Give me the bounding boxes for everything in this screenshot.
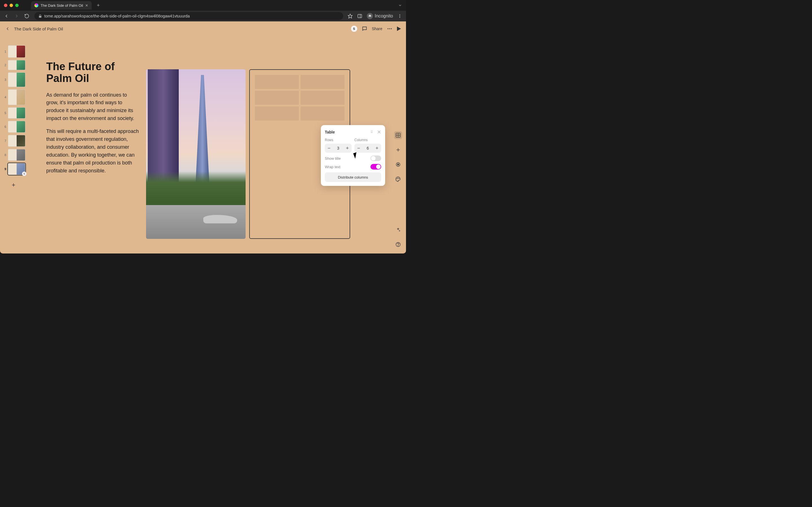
window-titlebar: The Dark Side of Palm Oil ✕ +	[0, 0, 406, 11]
slide-body-paragraph[interactable]: As demand for palm oil continues to grow…	[46, 91, 139, 123]
svg-point-7	[389, 28, 390, 29]
svg-marker-0	[348, 14, 352, 18]
table-cell[interactable]	[301, 107, 345, 121]
slide-thumbnail[interactable]	[8, 149, 26, 161]
rows-increment-button[interactable]: +	[343, 145, 352, 151]
tab-favicon-icon	[35, 3, 38, 7]
slide-image-block[interactable]	[146, 69, 246, 239]
thumb-number: 1	[3, 50, 6, 53]
add-tool-icon[interactable]	[394, 146, 402, 154]
table-cell[interactable]	[301, 75, 345, 89]
show-title-toggle[interactable]	[370, 156, 381, 161]
svg-point-4	[400, 16, 400, 17]
columns-increment-button[interactable]: +	[373, 145, 381, 151]
wrap-text-toggle[interactable]	[370, 164, 381, 170]
right-toolbar	[394, 131, 402, 183]
slide-thumbnail[interactable]	[8, 135, 26, 147]
svg-point-5	[400, 17, 400, 18]
panel-icon[interactable]	[357, 13, 362, 18]
columns-value: 6	[363, 146, 373, 151]
rows-decrement-button[interactable]: −	[325, 145, 333, 151]
new-tab-button[interactable]: +	[97, 3, 100, 8]
svg-point-17	[398, 178, 398, 178]
record-tool-icon[interactable]	[394, 161, 402, 168]
close-icon[interactable]: ✕	[377, 129, 381, 135]
slide-thumbnail[interactable]	[8, 45, 26, 58]
table-cell[interactable]	[255, 107, 299, 121]
slide-title[interactable]: The Future of Palm Oil	[46, 61, 139, 84]
slide-text-block[interactable]: The Future of Palm Oil As demand for pal…	[46, 61, 139, 180]
app-back-button[interactable]	[5, 26, 10, 31]
url-bar[interactable]: tome.app/sarahsworkspace/the-dark-side-o…	[35, 12, 343, 20]
svg-rect-1	[358, 14, 362, 18]
share-button[interactable]: Share	[372, 26, 382, 31]
forward-button[interactable]	[14, 13, 20, 18]
svg-point-6	[388, 28, 389, 29]
browser-toolbar: tome.app/sarahsworkspace/the-dark-side-o…	[0, 11, 406, 21]
slide-thumbnail[interactable]	[8, 72, 26, 87]
svg-point-8	[391, 28, 392, 29]
svg-point-15	[398, 164, 399, 165]
slide-thumbnail[interactable]	[8, 121, 26, 133]
back-button[interactable]	[4, 13, 10, 18]
theme-tool-icon[interactable]	[394, 175, 402, 183]
collaborator-avatar: S	[22, 172, 27, 176]
app-canvas: The Dark Side of Palm Oil S Share 1 2 3 …	[0, 21, 406, 253]
tab-close-icon[interactable]: ✕	[85, 3, 88, 8]
svg-point-18	[399, 178, 400, 179]
incognito-label: Incognito	[375, 13, 393, 18]
drag-handle-icon[interactable]: ⠿	[370, 130, 373, 134]
right-toolbar-bottom	[394, 226, 402, 248]
rows-label: Rows	[325, 138, 352, 142]
rows-stepper: − 3 +	[325, 144, 352, 153]
thumb-number: 4	[3, 96, 6, 99]
svg-point-3	[400, 14, 400, 15]
incognito-badge[interactable]: Incognito	[367, 13, 393, 19]
tabs-overflow-icon[interactable]	[398, 3, 402, 7]
distribute-columns-button[interactable]: Distribute columns	[325, 172, 381, 182]
present-button[interactable]	[397, 26, 401, 31]
table-tool-icon[interactable]	[394, 131, 402, 139]
browser-menu-icon[interactable]	[398, 14, 402, 18]
columns-decrement-button[interactable]: −	[354, 145, 363, 151]
show-title-label: Show title	[325, 156, 341, 161]
table-cell[interactable]	[255, 91, 299, 105]
rows-value: 3	[333, 146, 343, 151]
svg-point-16	[397, 179, 397, 179]
thumb-number: 5	[3, 111, 6, 115]
tab-title: The Dark Side of Palm Oil	[41, 3, 83, 8]
ai-sparkle-icon[interactable]	[394, 226, 402, 234]
slide-thumbnails: 1 2 3 4 5 6 7 8 9S +	[3, 45, 26, 190]
browser-tab[interactable]: The Dark Side of Palm Oil ✕	[31, 1, 92, 10]
window-close-button[interactable]	[4, 4, 7, 7]
comments-icon[interactable]	[362, 26, 367, 32]
wrap-text-label: Wrap text	[325, 165, 340, 169]
more-menu-icon[interactable]	[387, 26, 393, 32]
window-minimize-button[interactable]	[10, 4, 13, 7]
thumb-number: 3	[3, 78, 6, 81]
thumb-number: 6	[3, 125, 6, 128]
app-header: The Dark Side of Palm Oil S Share	[0, 21, 406, 36]
table-cell[interactable]	[255, 75, 299, 89]
url-text: tome.app/sarahsworkspace/the-dark-side-o…	[44, 14, 339, 18]
help-icon[interactable]	[394, 240, 402, 248]
window-maximize-button[interactable]	[15, 4, 18, 7]
thumb-number: 2	[3, 63, 6, 67]
lock-icon	[38, 14, 42, 18]
add-slide-button[interactable]: +	[8, 180, 18, 190]
user-avatar[interactable]: S	[351, 25, 357, 32]
slide-thumbnail[interactable]	[8, 107, 26, 119]
slide-body-paragraph[interactable]: This will require a multi-faceted approa…	[46, 128, 139, 175]
thumb-number: 7	[3, 139, 6, 143]
incognito-icon	[367, 13, 373, 19]
thumb-number: 9	[3, 167, 6, 171]
table-cell[interactable]	[301, 91, 345, 105]
thumb-number: 8	[3, 153, 6, 157]
document-title[interactable]: The Dark Side of Palm Oil	[14, 26, 63, 31]
reload-button[interactable]	[24, 13, 30, 18]
bookmark-icon[interactable]	[348, 13, 353, 18]
slide-thumbnail[interactable]	[8, 89, 26, 105]
slide-thumbnail[interactable]	[8, 60, 26, 70]
columns-label: Columns	[354, 138, 381, 142]
columns-stepper: − 6 +	[354, 144, 381, 153]
